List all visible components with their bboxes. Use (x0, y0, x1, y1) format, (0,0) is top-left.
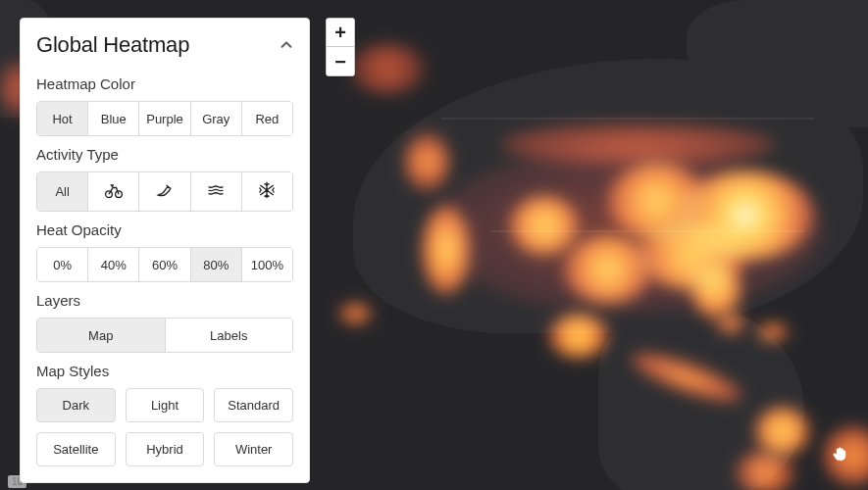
color-purple-button[interactable]: Purple (139, 102, 190, 135)
heat-opacity-group: 0% 40% 60% 80% 100% (36, 247, 293, 282)
activity-swimming-button[interactable] (191, 172, 242, 211)
activity-cycling-button[interactable] (88, 172, 139, 211)
style-hybrid-button[interactable]: Hybrid (126, 432, 205, 466)
panel-header[interactable]: Global Heatmap (36, 32, 293, 58)
zoom-out-button[interactable]: − (327, 47, 354, 75)
opacity-80-button[interactable]: 80% (191, 248, 242, 281)
color-red-button[interactable]: Red (242, 102, 292, 135)
section-label-heatmap-color: Heatmap Color (36, 75, 293, 92)
color-hot-button[interactable]: Hot (37, 102, 88, 135)
heatmap-panel: Global Heatmap Heatmap Color Hot Blue Pu… (20, 18, 310, 483)
heatmap-color-group: Hot Blue Purple Gray Red (36, 101, 293, 136)
zoom-in-button[interactable]: + (327, 19, 354, 47)
section-label-heat-opacity: Heat Opacity (36, 221, 293, 238)
running-icon (155, 180, 175, 203)
opacity-100-button[interactable]: 100% (242, 248, 292, 281)
opacity-60-button[interactable]: 60% (139, 248, 190, 281)
section-label-layers: Layers (36, 292, 293, 309)
map-styles-row2: Satellite Hybrid Winter (36, 432, 293, 466)
activity-running-button[interactable] (139, 172, 190, 211)
cycling-icon (104, 180, 124, 203)
style-satellite-button[interactable]: Satellite (36, 432, 116, 466)
chevron-up-icon[interactable] (280, 38, 293, 52)
opacity-40-button[interactable]: 40% (88, 248, 139, 281)
map-styles-row1: Dark Light Standard (36, 388, 293, 422)
style-light-button[interactable]: Light (126, 388, 205, 422)
color-blue-button[interactable]: Blue (88, 102, 139, 135)
zoom-control: + − (326, 18, 355, 76)
layers-group: Map Labels (36, 318, 293, 353)
section-label-map-styles: Map Styles (36, 363, 293, 379)
activity-winter-button[interactable] (242, 172, 292, 211)
activity-all-button[interactable]: All (37, 172, 88, 211)
style-dark-button[interactable]: Dark (36, 388, 116, 422)
layer-labels-button[interactable]: Labels (166, 318, 293, 352)
layer-map-button[interactable]: Map (37, 318, 166, 352)
swimming-icon (206, 180, 226, 203)
color-gray-button[interactable]: Gray (191, 102, 242, 135)
winter-sport-icon (257, 180, 277, 203)
grab-cursor-icon (831, 445, 848, 463)
activity-type-group: All (36, 172, 293, 212)
panel-title: Global Heatmap (36, 32, 189, 58)
style-standard-button[interactable]: Standard (214, 388, 293, 422)
section-label-activity-type: Activity Type (36, 146, 293, 163)
style-winter-button[interactable]: Winter (214, 432, 293, 466)
opacity-0-button[interactable]: 0% (37, 248, 88, 281)
